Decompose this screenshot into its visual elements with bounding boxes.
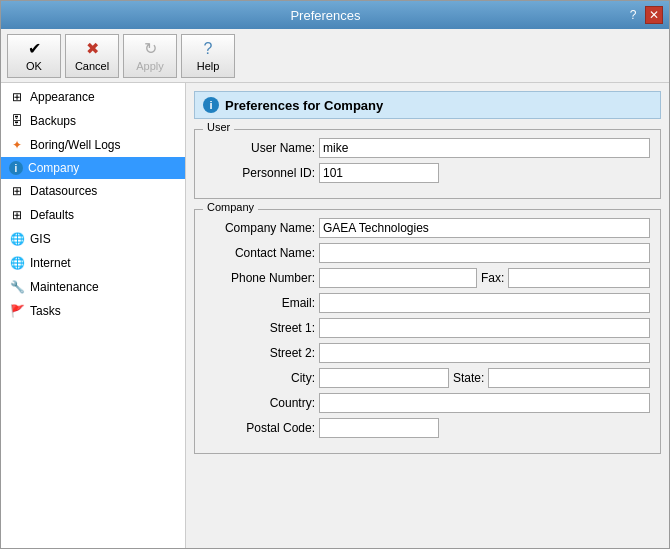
help-button[interactable]: ? Help: [181, 34, 235, 78]
sidebar-item-tasks[interactable]: 🚩 Tasks: [1, 299, 185, 323]
country-row: Country:: [205, 393, 650, 413]
sidebar-item-gis[interactable]: 🌐 GIS: [1, 227, 185, 251]
sidebar-item-datasources[interactable]: ⊞ Datasources: [1, 179, 185, 203]
company-name-row: Company Name:: [205, 218, 650, 238]
close-title-button[interactable]: ✕: [645, 6, 663, 24]
cancel-label: Cancel: [75, 60, 109, 72]
email-input[interactable]: [319, 293, 650, 313]
sidebar-item-boring-well-logs[interactable]: ✦ Boring/Well Logs: [1, 133, 185, 157]
panel-header-title: Preferences for Company: [225, 98, 383, 113]
company-name-label: Company Name:: [205, 221, 315, 235]
appearance-icon: ⊞: [9, 89, 25, 105]
email-row: Email:: [205, 293, 650, 313]
email-label: Email:: [205, 296, 315, 310]
window-title: Preferences: [27, 8, 624, 23]
sidebar-item-appearance[interactable]: ⊞ Appearance: [1, 85, 185, 109]
user-group-legend: User: [203, 121, 234, 133]
datasources-icon: ⊞: [9, 183, 25, 199]
sidebar-item-label: Datasources: [30, 184, 97, 198]
city-state-row: City: State:: [205, 368, 650, 388]
sidebar-item-label: Appearance: [30, 90, 95, 104]
cancel-button[interactable]: ✖ Cancel: [65, 34, 119, 78]
company-name-input[interactable]: [319, 218, 650, 238]
personnel-id-input[interactable]: [319, 163, 439, 183]
phone-number-label: Phone Number:: [205, 271, 315, 285]
maintenance-icon: 🔧: [9, 279, 25, 295]
ok-button[interactable]: ✔ OK: [7, 34, 61, 78]
state-input[interactable]: [488, 368, 650, 388]
sidebar-item-label: Maintenance: [30, 280, 99, 294]
sidebar-item-internet[interactable]: 🌐 Internet: [1, 251, 185, 275]
personnel-id-label: Personnel ID:: [205, 166, 315, 180]
help-icon: ?: [204, 40, 213, 58]
contact-name-row: Contact Name:: [205, 243, 650, 263]
content-area: ⊞ Appearance 🗄 Backups ✦ Boring/Well Log…: [1, 83, 669, 548]
cancel-icon: ✖: [86, 39, 99, 58]
postal-code-row: Postal Code:: [205, 418, 650, 438]
sidebar-item-label: Company: [28, 161, 79, 175]
sidebar-item-label: Backups: [30, 114, 76, 128]
ok-icon: ✔: [28, 39, 41, 58]
sidebar-item-maintenance[interactable]: 🔧 Maintenance: [1, 275, 185, 299]
title-bar-controls: ? ✕: [624, 6, 663, 24]
street2-input[interactable]: [319, 343, 650, 363]
sidebar-item-company[interactable]: i Company: [1, 157, 185, 179]
apply-button[interactable]: ↻ Apply: [123, 34, 177, 78]
postal-code-label: Postal Code:: [205, 421, 315, 435]
company-group: Company Company Name: Contact Name: Phon…: [194, 209, 661, 454]
sidebar: ⊞ Appearance 🗄 Backups ✦ Boring/Well Log…: [1, 83, 186, 548]
sidebar-item-label: GIS: [30, 232, 51, 246]
sidebar-item-label: Boring/Well Logs: [30, 138, 121, 152]
state-label: State:: [453, 371, 484, 385]
help-label: Help: [197, 60, 220, 72]
apply-icon: ↻: [144, 39, 157, 58]
contact-name-input[interactable]: [319, 243, 650, 263]
fax-input[interactable]: [508, 268, 650, 288]
user-name-row: User Name:: [205, 138, 650, 158]
postal-code-input[interactable]: [319, 418, 439, 438]
panel-header: i Preferences for Company: [194, 91, 661, 119]
street2-label: Street 2:: [205, 346, 315, 360]
toolbar: ✔ OK ✖ Cancel ↻ Apply ? Help: [1, 29, 669, 83]
backups-icon: 🗄: [9, 113, 25, 129]
panel-info-icon: i: [203, 97, 219, 113]
boring-icon: ✦: [9, 137, 25, 153]
user-name-label: User Name:: [205, 141, 315, 155]
city-input[interactable]: [319, 368, 449, 388]
company-icon: i: [9, 161, 23, 175]
phone-number-input[interactable]: [319, 268, 477, 288]
personnel-id-row: Personnel ID:: [205, 163, 650, 183]
fax-label: Fax:: [481, 271, 504, 285]
defaults-icon: ⊞: [9, 207, 25, 223]
contact-name-label: Contact Name:: [205, 246, 315, 260]
user-name-input[interactable]: [319, 138, 650, 158]
tasks-icon: 🚩: [9, 303, 25, 319]
preferences-window: Preferences ? ✕ ✔ OK ✖ Cancel ↻ Apply ? …: [0, 0, 670, 549]
sidebar-item-defaults[interactable]: ⊞ Defaults: [1, 203, 185, 227]
company-group-legend: Company: [203, 201, 258, 213]
sidebar-item-backups[interactable]: 🗄 Backups: [1, 109, 185, 133]
street1-input[interactable]: [319, 318, 650, 338]
internet-icon: 🌐: [9, 255, 25, 271]
gis-icon: 🌐: [9, 231, 25, 247]
country-label: Country:: [205, 396, 315, 410]
title-bar: Preferences ? ✕: [1, 1, 669, 29]
street1-row: Street 1:: [205, 318, 650, 338]
ok-label: OK: [26, 60, 42, 72]
sidebar-item-label: Internet: [30, 256, 71, 270]
street2-row: Street 2:: [205, 343, 650, 363]
street1-label: Street 1:: [205, 321, 315, 335]
phone-fax-row: Phone Number: Fax:: [205, 268, 650, 288]
country-input[interactable]: [319, 393, 650, 413]
city-label: City:: [205, 371, 315, 385]
main-panel: i Preferences for Company User User Name…: [186, 83, 669, 548]
apply-label: Apply: [136, 60, 164, 72]
user-group: User User Name: Personnel ID:: [194, 129, 661, 199]
sidebar-item-label: Defaults: [30, 208, 74, 222]
help-title-button[interactable]: ?: [624, 6, 642, 24]
sidebar-item-label: Tasks: [30, 304, 61, 318]
